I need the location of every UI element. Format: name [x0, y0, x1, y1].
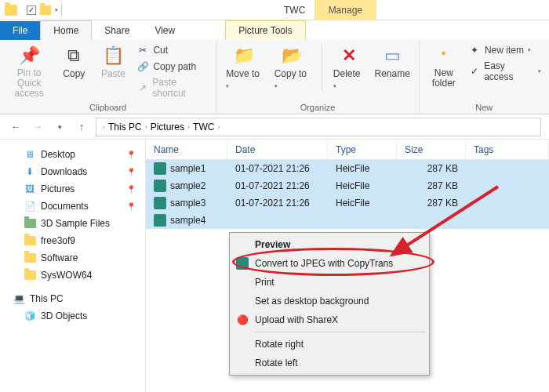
cut-button[interactable]: ✂Cut	[135, 43, 209, 57]
label: Pictures	[41, 183, 75, 194]
navigation-pane: 🖥Desktop📍 ⬇Downloads📍 🖼Pictures📍 📄Docume…	[0, 140, 145, 392]
heic-file-icon	[154, 197, 166, 209]
col-size[interactable]: Size	[397, 140, 466, 159]
label: Paste	[101, 68, 125, 79]
ribbon-group-organize: 📁 Move to ▾ 📂 Copy to ▾ ✕ Delete ▾ ▭ Ren…	[216, 40, 419, 114]
desktop-icon: 🖥	[24, 148, 36, 161]
ctx-print[interactable]: Print	[231, 273, 427, 292]
nav-forward-button[interactable]: →	[30, 119, 45, 135]
ctx-preview[interactable]: Preview	[231, 235, 427, 254]
pin-to-quick-access-button[interactable]: 📌 Pin to Quick access	[6, 43, 52, 101]
delete-button[interactable]: ✕ Delete ▾	[330, 43, 368, 92]
ctx-rotate-right[interactable]: Rotate right	[231, 335, 427, 354]
col-type[interactable]: Type	[328, 140, 397, 159]
label: Desktop	[41, 149, 75, 160]
ctx-upload-sharex[interactable]: 🔴Upload with ShareX	[231, 310, 427, 329]
qat-checkbox-properties[interactable]	[27, 5, 36, 15]
sidebar-item-free3of9[interactable]: free3of9	[5, 232, 140, 249]
file-row[interactable]: sample4	[146, 212, 549, 229]
shortcut-icon: ↗	[136, 82, 148, 94]
ctx-rotate-left[interactable]: Rotate left	[231, 354, 427, 372]
chevron-right-icon[interactable]: ›	[103, 123, 105, 131]
label: Copy to ▾	[274, 68, 311, 90]
label: Software	[41, 252, 78, 263]
window-title: TWC	[274, 5, 305, 16]
tab-home[interactable]: Home	[40, 20, 92, 40]
file-row[interactable]: sample3 01-07-2021 21:26 HeicFile 287 KB	[146, 194, 549, 212]
ctx-convert-copytrans[interactable]: Convert to JPEG with CopyTrans	[231, 254, 427, 273]
file-date: 01-07-2021 21:26	[227, 198, 328, 209]
file-row[interactable]: sample1 01-07-2021 21:26 HeicFile 287 KB	[146, 160, 549, 177]
nav-recent-dropdown[interactable]: ▾	[52, 119, 67, 135]
sidebar-item-3d-objects[interactable]: 🧊3D Objects	[5, 307, 140, 325]
paste-shortcut-button[interactable]: ↗Paste shortcut	[135, 76, 209, 100]
tab-view[interactable]: View	[142, 21, 187, 40]
label: Move to ▾	[226, 68, 263, 90]
easy-access-button[interactable]: ✓Easy access ▾	[467, 60, 543, 83]
chevron-right-icon[interactable]: ›	[217, 123, 220, 131]
copy-to-icon: 📂	[282, 45, 304, 67]
tab-file[interactable]: File	[0, 21, 40, 40]
folder-icon	[40, 5, 51, 15]
file-row[interactable]: sample2 01-07-2021 21:26 HeicFile 287 KB	[146, 177, 549, 194]
chevron-right-icon[interactable]: ›	[187, 123, 190, 131]
copy-button[interactable]: ⧉ Copy	[56, 43, 91, 81]
label: Easy access	[484, 60, 534, 82]
tab-share[interactable]: Share	[92, 21, 142, 40]
dropdown-caret[interactable]: ▾	[55, 7, 58, 13]
chevron-right-icon[interactable]: ›	[145, 123, 147, 131]
nav-back-button[interactable]: ←	[8, 119, 24, 135]
3d-objects-icon: 🧊	[24, 310, 36, 322]
col-tags[interactable]: Tags	[466, 140, 549, 159]
heic-file-icon	[154, 214, 166, 227]
caret-icon[interactable]: ⌄	[13, 295, 19, 303]
sidebar-item-documents[interactable]: 📄Documents📍	[5, 198, 140, 215]
documents-icon: 📄	[24, 200, 36, 212]
crumb-twc[interactable]: TWC	[193, 122, 214, 132]
folder-icon	[5, 5, 17, 16]
folder-icon	[24, 269, 36, 281]
ribbon-group-clipboard: 📌 Pin to Quick access ⧉ Copy 📋 Paste ✂Cu…	[0, 40, 216, 114]
ribbon: 📌 Pin to Quick access ⧉ Copy 📋 Paste ✂Cu…	[0, 40, 549, 114]
rename-button[interactable]: ▭ Rename	[373, 43, 413, 81]
address-bar[interactable]: › This PC › Pictures › TWC ›	[96, 118, 541, 136]
sidebar-item-software[interactable]: Software	[5, 249, 140, 267]
label: Paste shortcut	[152, 77, 208, 99]
folder-icon	[24, 234, 36, 247]
move-to-button[interactable]: 📁 Move to ▾	[223, 43, 266, 92]
copy-to-button[interactable]: 📂 Copy to ▾	[271, 43, 314, 92]
easy-access-icon: ✓	[468, 65, 480, 78]
label: free3of9	[41, 235, 75, 246]
sidebar-item-downloads[interactable]: ⬇Downloads📍	[5, 163, 140, 180]
sidebar-item-this-pc[interactable]: ⌄💻This PC	[5, 290, 140, 307]
group-label: Clipboard	[6, 101, 209, 112]
col-date[interactable]: Date	[227, 140, 328, 159]
new-item-button[interactable]: ✦New item ▾	[467, 43, 543, 57]
file-type: HeicFile	[328, 198, 397, 209]
separator	[255, 332, 426, 332]
crumb-this-pc[interactable]: This PC	[108, 122, 142, 132]
label: Copy path	[153, 61, 196, 72]
file-name: sample3	[170, 198, 205, 209]
crumb-pictures[interactable]: Pictures	[151, 122, 184, 132]
copy-icon: ⧉	[63, 45, 85, 67]
sidebar-item-pictures[interactable]: 🖼Pictures📍	[5, 180, 140, 198]
label: Print	[255, 277, 274, 288]
contextual-tab-group: Manage	[314, 0, 376, 20]
pin-icon: 📍	[126, 185, 136, 194]
new-folder-icon: ✦	[433, 45, 455, 67]
sidebar-item-3d-sample-files[interactable]: 3D Sample Files	[5, 215, 140, 232]
col-name[interactable]: Name	[146, 140, 227, 159]
tab-picture-tools[interactable]: Picture Tools	[225, 20, 305, 40]
label: Downloads	[41, 166, 87, 177]
new-folder-button[interactable]: ✦ New folder	[426, 43, 462, 90]
sidebar-item-desktop[interactable]: 🖥Desktop📍	[5, 146, 140, 163]
ctx-set-desktop-background[interactable]: Set as desktop background	[231, 292, 427, 310]
ribbon-tabs: File Home Share View Picture Tools	[0, 20, 549, 40]
sidebar-item-syswow64[interactable]: SysWOW64	[5, 267, 140, 284]
copy-path-button[interactable]: 🔗Copy path	[135, 60, 209, 74]
pin-icon: 📍	[126, 202, 136, 211]
paste-button[interactable]: 📋 Paste	[96, 43, 130, 81]
folder-icon	[24, 217, 36, 230]
nav-up-button[interactable]: ↑	[74, 119, 89, 135]
